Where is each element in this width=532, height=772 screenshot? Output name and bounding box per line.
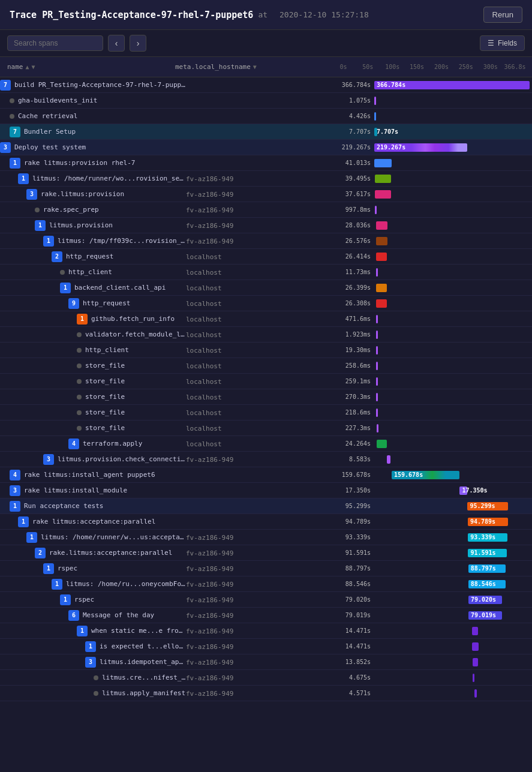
- search-area: ‹ ›: [7, 35, 146, 52]
- span-row[interactable]: 3Deploy test system: [0, 140, 326, 155]
- span-name-cell: Cache retrieval: [0, 112, 186, 120]
- span-row[interactable]: 1is expected t...ello world!\n'fv-az186-…: [0, 639, 326, 654]
- span-row[interactable]: 1rake litmus:acceptance:parallel: [0, 514, 326, 530]
- bar-container: [374, 627, 530, 635]
- span-badge: 1: [52, 579, 62, 590]
- span-row[interactable]: store_filelocalhost: [0, 374, 326, 389]
- timeline-bar: 219.267s: [374, 143, 467, 152]
- fields-button[interactable]: ☰ Fields: [480, 35, 525, 51]
- span-row[interactable]: store_filelocalhost: [0, 405, 326, 420]
- span-row[interactable]: 3litmus.idempotent_applyfv-az186-949: [0, 654, 326, 670]
- span-row[interactable]: 3rake.litmus:provisionfv-az186-949: [0, 187, 326, 202]
- span-host-cell: localhost: [186, 362, 264, 370]
- search-input[interactable]: [7, 35, 103, 51]
- span-host-text: localhost: [186, 393, 222, 401]
- next-button[interactable]: ›: [130, 35, 146, 52]
- timeline-bar: [472, 627, 478, 635]
- span-name-text: rake litmus:provision rhel-7: [24, 159, 135, 167]
- span-name-text: build PR_Testing-Acceptance-97-rhel-7-pu…: [14, 81, 186, 89]
- span-row[interactable]: litmus.cre...nifest_filefv-az186-949: [0, 670, 326, 686]
- span-row[interactable]: 1litmus: /home/ru...oneycombFormatterfv-…: [0, 576, 326, 592]
- span-dot: [35, 208, 40, 212]
- bar-container: [374, 159, 530, 167]
- span-row[interactable]: gha-buildevents_init: [0, 93, 326, 109]
- span-row[interactable]: validator.fetch_module_listlocalhost: [0, 327, 326, 343]
- span-badge: 1: [26, 532, 37, 543]
- span-row[interactable]: 9http_requestlocalhost: [0, 296, 326, 311]
- span-row[interactable]: store_filelocalhost: [0, 389, 326, 405]
- bar-container: [374, 221, 530, 230]
- bar-container: 17.350s: [374, 486, 530, 495]
- span-host-text: localhost: [186, 362, 222, 370]
- span-row[interactable]: rake.spec_prepfv-az186-949: [0, 202, 326, 218]
- span-duration: 4.675s: [329, 674, 371, 681]
- span-row[interactable]: 1backend_client.call_apilocalhost: [0, 280, 326, 296]
- span-row[interactable]: 1rspecfv-az186-949: [0, 561, 326, 576]
- span-host-text: fv-az186-949: [186, 206, 233, 214]
- span-row[interactable]: 6Message of the dayfv-az186-949: [0, 608, 326, 623]
- name-column-header[interactable]: name ▲ ▼: [7, 63, 175, 71]
- span-badge: 6: [68, 610, 79, 621]
- span-host-cell: localhost: [186, 424, 264, 432]
- span-host-cell: localhost: [186, 393, 264, 401]
- span-row[interactable]: 2http_requestlocalhost: [0, 249, 326, 265]
- span-host-text: fv-az186-949: [186, 191, 233, 199]
- span-row[interactable]: 4rake litmus:install_agent puppet6: [0, 467, 326, 483]
- span-row[interactable]: 1litmus: /home/runner/wo...rovision_serv…: [0, 171, 326, 187]
- span-row[interactable]: 1rake litmus:provision rhel-7: [0, 155, 326, 171]
- span-row[interactable]: 1litmus: /tmp/ff039c...rovision_service.…: [0, 233, 326, 249]
- timeline-bar: 94.789s: [468, 518, 508, 526]
- at-label: at: [258, 10, 267, 19]
- sort-desc-icon: ▼: [32, 64, 35, 70]
- span-host-cell: localhost: [186, 377, 264, 386]
- span-row[interactable]: store_filelocalhost: [0, 358, 326, 374]
- timeline-bar: [376, 362, 378, 370]
- span-duration: 11.73ms: [329, 269, 371, 275]
- span-row[interactable]: 1github.fetch_run_infolocalhost: [0, 311, 326, 327]
- span-host-cell: fv-az186-949: [186, 689, 264, 698]
- timeline-bar: [377, 424, 378, 432]
- span-badge: 4: [10, 470, 20, 480]
- bar-container: 94.789s: [374, 518, 530, 526]
- span-row[interactable]: 7Bundler Setup: [0, 124, 326, 140]
- span-host-text: localhost: [186, 331, 222, 339]
- right-panel: 0s50s100s150s200s250s300s366.8s 366.784s…: [326, 57, 532, 764]
- span-duration: 471.6ms: [329, 316, 371, 322]
- span-name-text: litmus: /tmp/ff039c...rovision_service.r…: [58, 237, 186, 245]
- hostname-column-header[interactable]: meta.local_hostname ▼: [175, 63, 319, 71]
- timeline-row: 26.399s: [326, 280, 532, 296]
- span-duration: 39.495s: [329, 175, 371, 182]
- span-duration: 37.617s: [329, 191, 371, 197]
- span-name-text: http_client: [68, 268, 112, 276]
- span-row[interactable]: Cache retrieval: [0, 109, 326, 124]
- span-row[interactable]: 3litmus.provision.check_connectivityfv-a…: [0, 452, 326, 467]
- prev-button[interactable]: ‹: [108, 35, 125, 52]
- span-host-text: localhost: [186, 378, 222, 386]
- span-row[interactable]: 1litmus: /home/runner/w...us:acceptance:…: [0, 530, 326, 545]
- span-badge: 7: [10, 127, 20, 137]
- span-row[interactable]: http_clientlocalhost: [0, 343, 326, 358]
- bar-label: 88.797s: [471, 564, 496, 573]
- span-row[interactable]: 1when static me...e from contentfv-az186…: [0, 623, 326, 639]
- span-row[interactable]: 4terraform.applylocalhost: [0, 436, 326, 452]
- span-row[interactable]: 1Run acceptance tests: [0, 498, 326, 514]
- span-name-cell: 3rake.litmus:provision: [0, 189, 186, 200]
- bar-container: [374, 455, 530, 464]
- span-row[interactable]: 1rspecfv-az186-949: [0, 592, 326, 608]
- bar-container: 366.784s: [374, 81, 530, 89]
- span-name-text: rake litmus:acceptance:parallel: [32, 518, 155, 525]
- span-row[interactable]: store_filelocalhost: [0, 420, 326, 436]
- span-row[interactable]: 1litmus.provisionfv-az186-949: [0, 218, 326, 233]
- span-row[interactable]: http_clientlocalhost: [0, 265, 326, 280]
- span-duration: 258.6ms: [329, 362, 371, 369]
- span-row[interactable]: 3rake litmus:install_module: [0, 483, 326, 498]
- timeline-bar: [376, 315, 378, 323]
- span-row[interactable]: litmus.apply_manifestfv-az186-949: [0, 686, 326, 701]
- timeline-bar: [374, 159, 392, 167]
- span-badge: 2: [35, 548, 46, 558]
- rerun-button[interactable]: Rerun: [483, 7, 522, 23]
- span-row[interactable]: 2rake.litmus:acceptance:parallelfv-az186…: [0, 545, 326, 561]
- span-duration: 88.546s: [329, 581, 371, 587]
- span-host-cell: localhost: [186, 284, 264, 292]
- span-row[interactable]: 7build PR_Testing-Acceptance-97-rhel-7-p…: [0, 77, 326, 93]
